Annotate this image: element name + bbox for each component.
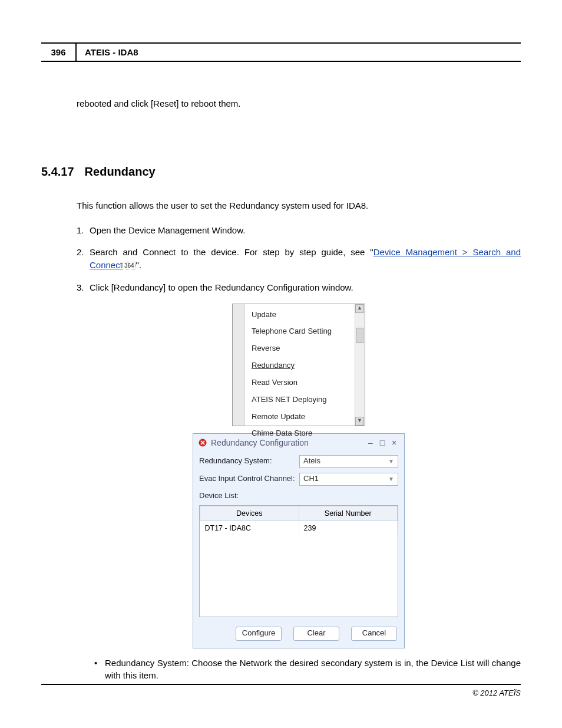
configure-button[interactable]: Configure [236,627,282,641]
bullet-icon: • [94,657,105,683]
section-heading: 5.4.17 Redundancy [41,163,521,180]
clear-button[interactable]: Clear [293,627,339,641]
evac-channel-label: Evac Input Control Channel: [199,473,299,485]
redundancy-system-value: Ateis [303,456,320,467]
dialog-titlebar: Redundancy Configuration – □ × [193,434,404,452]
table-row[interactable]: DT17 - IDA8C 239 [200,521,398,535]
redundancy-config-dialog: Redundancy Configuration – □ × Redundanc… [193,433,405,648]
dialog-title: Redundancy Configuration [211,437,364,449]
menu-scrollbar[interactable]: ▲ ▼ [355,304,365,426]
page-header: 396 ATEIS - IDA8 [41,42,521,62]
section-title: Redundancy [85,163,156,180]
col-serial-number[interactable]: Serial Number [299,506,398,521]
doc-title: ATEIS - IDA8 [77,44,147,61]
menu-item-remote-update[interactable]: Remote Update [244,409,355,426]
menu-gutter [233,304,244,426]
intro-paragraph: This function allows the user to set the… [77,199,521,212]
step-3-text: Click [Redundancy] to open the Redundanc… [90,281,521,294]
col-devices[interactable]: Devices [200,506,299,521]
chevron-down-icon: ▼ [388,457,394,466]
redundancy-system-select[interactable]: Ateis ▼ [299,455,398,468]
evac-channel-value: CH1 [303,473,319,485]
menu-item-ateis-net-deploying[interactable]: ATEIS NET Deploying [244,391,355,409]
device-list: Devices Serial Number DT17 - IDA8C 239 [199,505,398,617]
app-icon [198,438,207,447]
menu-item-read-version[interactable]: Read Version [244,374,355,391]
cell-device: DT17 - IDA8C [200,521,299,535]
scroll-thumb[interactable] [356,328,363,343]
step-2-post: ". [136,260,142,270]
chevron-down-icon: ▼ [388,475,394,484]
maximize-button[interactable]: □ [377,437,388,449]
step-3: 3. Click [Redundancy] to open the Redund… [77,281,521,294]
menu-item-reverse[interactable]: Reverse [244,340,355,357]
evac-channel-select[interactable]: CH1 ▼ [299,473,398,486]
menu-item-redundancy[interactable]: Redundancy [244,357,355,374]
step-1: 1. Open the Device Management Window. [77,224,521,237]
scroll-down-icon[interactable]: ▼ [355,417,364,426]
link-page-ref: 364 [123,262,136,269]
carryover-text: rebooted and click [Reset] to reboot the… [77,97,521,110]
cell-serial: 239 [299,521,398,535]
context-menu: Update Telephone Card Setting Reverse Re… [232,304,365,426]
step-1-text: Open the Device Management Window. [90,224,521,237]
section-number: 5.4.17 [41,163,74,180]
step-2-pre: Search and Connect to the device. For st… [90,247,373,257]
copyright: © 2012 ATEÏS [472,689,521,697]
step-2: 2. Search and Connect to the device. For… [77,246,521,272]
device-list-label: Device List: [199,490,398,502]
close-button[interactable]: × [389,437,399,449]
scroll-up-icon[interactable]: ▲ [355,304,364,313]
menu-item-update[interactable]: Update [244,307,355,324]
redundancy-system-label: Redundancy System: [199,456,299,467]
menu-item-telephone-card-setting[interactable]: Telephone Card Setting [244,323,355,340]
page-footer: © 2012 ATEÏS [41,684,521,697]
page-number: 396 [41,44,77,61]
bullet-text: Redundancy System: Choose the Network th… [105,657,521,683]
bullet-redundancy-system: • Redundancy System: Choose the Network … [94,657,521,683]
menu-list: Update Telephone Card Setting Reverse Re… [244,304,355,426]
minimize-button[interactable]: – [365,437,376,449]
cancel-button[interactable]: Cancel [351,627,397,641]
